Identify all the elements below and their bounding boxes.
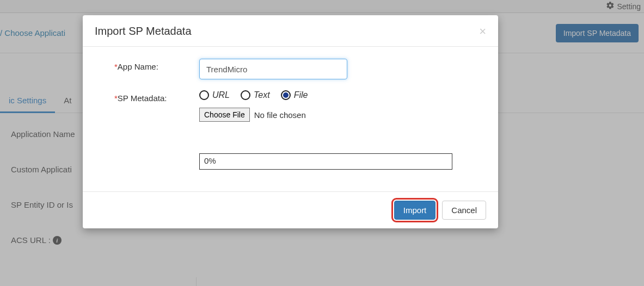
radio-circle-checked-icon bbox=[281, 90, 291, 100]
import-button[interactable]: Import bbox=[394, 201, 436, 220]
import-sp-metadata-modal: Import SP Metadata × *App Name: *SP Meta… bbox=[83, 15, 498, 228]
row-app-name: *App Name: bbox=[95, 59, 486, 79]
modal-body: *App Name: *SP Metadata: URL Text bbox=[83, 47, 498, 191]
radio-text[interactable]: Text bbox=[241, 90, 270, 100]
modal-footer: Import Cancel bbox=[83, 191, 498, 228]
app-name-input[interactable] bbox=[199, 59, 347, 79]
upload-progress: 0% bbox=[199, 153, 452, 170]
radio-circle-icon bbox=[241, 90, 250, 100]
sp-metadata-label: *SP Metadata: bbox=[95, 90, 199, 103]
cancel-button[interactable]: Cancel bbox=[442, 201, 486, 220]
no-file-chosen-text: No file chosen bbox=[254, 110, 306, 120]
radio-circle-icon bbox=[199, 90, 209, 100]
modal-title: Import SP Metadata bbox=[95, 25, 192, 38]
radio-text-label: Text bbox=[254, 90, 270, 100]
close-icon[interactable]: × bbox=[479, 26, 486, 38]
modal-header: Import SP Metadata × bbox=[83, 15, 498, 47]
radio-url[interactable]: URL bbox=[199, 90, 230, 100]
radio-url-label: URL bbox=[212, 90, 230, 100]
choose-file-button[interactable]: Choose File bbox=[199, 108, 250, 122]
sp-metadata-label-text: SP Metadata: bbox=[118, 94, 167, 103]
radio-file[interactable]: File bbox=[281, 90, 308, 100]
sp-metadata-radio-group: URL Text File bbox=[199, 90, 486, 100]
file-chooser-row: Choose File No file chosen bbox=[199, 108, 486, 122]
app-name-label-text: App Name: bbox=[118, 62, 158, 71]
app-name-label: *App Name: bbox=[95, 59, 199, 71]
radio-file-label: File bbox=[294, 90, 308, 100]
row-sp-metadata: *SP Metadata: URL Text File bbox=[95, 90, 486, 170]
